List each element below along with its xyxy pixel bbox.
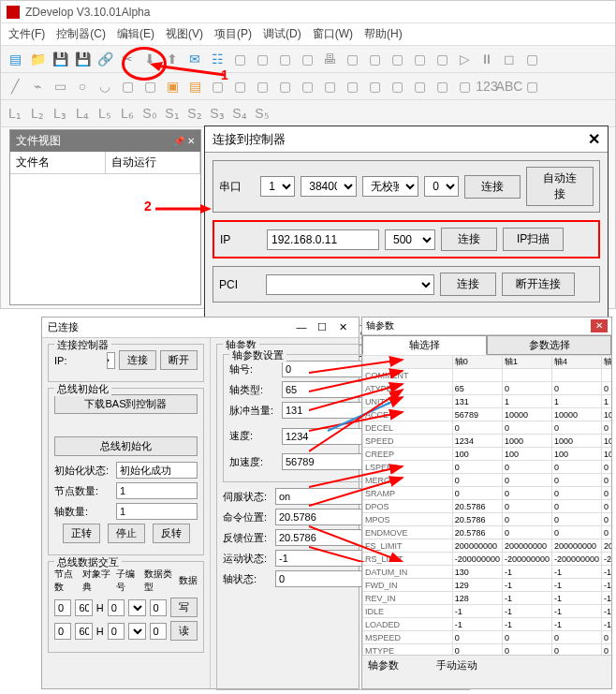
tb-j[interactable]: ▢ — [521, 49, 542, 69]
arc-icon[interactable]: ◡ — [95, 76, 115, 96]
layer-l6[interactable]: L₆ — [117, 103, 138, 124]
disconnect-icon[interactable]: ✂ — [117, 49, 138, 69]
table-row[interactable]: MSPEED0000 — [363, 631, 612, 644]
close3-icon[interactable]: ✕ — [591, 319, 608, 332]
abc-icon[interactable]: ABC — [499, 76, 520, 96]
tb-print-icon[interactable]: 🖶 — [319, 49, 340, 69]
tb-stop-icon[interactable]: ◻ — [499, 49, 520, 69]
new-file-icon[interactable]: ▤ — [5, 49, 25, 69]
connect-icon[interactable]: 🔗 — [95, 49, 115, 69]
disconnect-button[interactable]: 断开连接 — [502, 273, 575, 296]
col-autorun[interactable]: 自动运行 — [106, 152, 201, 173]
tb-a[interactable]: ▢ — [229, 49, 250, 69]
slot-s2[interactable]: S₂ — [184, 103, 205, 124]
shape-h-icon[interactable]: ▢ — [274, 76, 295, 96]
auto-connect-button[interactable]: 自动连接 — [526, 167, 594, 206]
slot-s1[interactable]: S₁ — [162, 103, 183, 124]
min-icon[interactable]: — — [291, 321, 312, 332]
open-folder-icon[interactable]: 📁 — [27, 49, 48, 69]
ip-input[interactable] — [267, 229, 379, 250]
menu-edit[interactable]: 编辑(E) — [117, 26, 154, 42]
serial-parity-select[interactable]: 无校验 — [362, 176, 418, 197]
pci-select[interactable] — [266, 274, 434, 295]
table-row[interactable]: ACCE56789100001000010000 — [363, 408, 612, 421]
r1-data[interactable] — [150, 623, 167, 640]
slot-s3[interactable]: S₃ — [207, 103, 227, 124]
r0-sub[interactable] — [108, 599, 125, 616]
tb-f[interactable]: ▢ — [364, 49, 385, 69]
layer-l5[interactable]: L₅ — [95, 103, 115, 124]
download-icon[interactable]: ⬇ — [139, 49, 160, 69]
layer-l2[interactable]: L₂ — [27, 103, 48, 124]
table-row[interactable]: DECEL0000 — [363, 421, 612, 435]
table-row[interactable]: MERGE0000 — [363, 474, 612, 487]
serial-port-select[interactable]: 1 — [260, 176, 295, 197]
max-icon[interactable]: ☐ — [312, 321, 332, 333]
fwd-button[interactable]: 正转 — [63, 524, 100, 543]
table-row[interactable]: FS_LIMIT20000000020000000020000000020000 — [363, 539, 612, 553]
table-row[interactable]: DATUM_IN130-1-1-1 — [363, 566, 612, 579]
r0-data[interactable] — [150, 599, 167, 616]
tb-h[interactable]: ▢ — [409, 49, 430, 69]
shape-n-icon[interactable]: ▢ — [409, 76, 430, 96]
serial-connect-button[interactable]: 连接 — [464, 175, 521, 199]
ip2-select[interactable]: 192.168.0.28 — [107, 352, 115, 369]
r1-dict[interactable] — [75, 623, 92, 640]
pin-icon[interactable]: 📌 ✕ — [173, 136, 195, 146]
foot-axis-params[interactable]: 轴参数 — [368, 658, 399, 672]
poly-icon[interactable]: ⌁ — [27, 76, 48, 96]
tb-pause-icon[interactable]: ⏸ — [477, 49, 497, 69]
menu-project[interactable]: 项目(P) — [214, 26, 252, 42]
tb-e[interactable]: ▢ — [342, 49, 362, 69]
tb-play-icon[interactable]: ▷ — [454, 49, 475, 69]
table-row[interactable]: SPEED1234100010001000 — [363, 435, 612, 448]
shape-p-icon[interactable]: ▢ — [454, 76, 475, 96]
ip-port-select[interactable]: 500 — [385, 229, 435, 250]
pci-connect-button[interactable]: 连接 — [440, 273, 496, 296]
table-row[interactable]: ENDMOVE20.5786000 — [363, 526, 612, 539]
shape-f-icon[interactable]: ▢ — [229, 76, 250, 96]
rect-icon[interactable]: ▭ — [50, 76, 70, 96]
r1-type[interactable]: bool — [128, 623, 145, 640]
close-icon[interactable]: ✕ — [588, 130, 600, 148]
shape-c-icon[interactable]: ▣ — [162, 76, 183, 96]
table-row[interactable]: MPOS20.5786000 — [363, 513, 612, 526]
serial-stop-select[interactable]: 0 — [424, 176, 459, 197]
table-row[interactable]: UNITS131111 — [363, 395, 612, 408]
table-row[interactable]: DPOS20.5786000 — [363, 500, 612, 513]
r0-node[interactable] — [54, 599, 71, 616]
tab-axis-select[interactable]: 轴选择 — [362, 335, 487, 355]
circle-icon[interactable]: ○ — [72, 76, 93, 96]
layer-l3[interactable]: L₃ — [50, 103, 70, 124]
table-row[interactable]: COMMENT — [363, 369, 612, 382]
slot-s5[interactable]: S₅ — [252, 103, 272, 124]
axis-count-field[interactable] — [116, 503, 198, 520]
shape-e-icon[interactable]: ▢ — [207, 76, 227, 96]
table-row[interactable]: CREEP100100100100 — [363, 448, 612, 461]
connect2-button[interactable]: 连接 — [119, 350, 156, 370]
menu-view[interactable]: 视图(V) — [166, 26, 203, 42]
tree-icon[interactable]: ☷ — [207, 49, 227, 69]
shape-o-icon[interactable]: ▢ — [432, 76, 452, 96]
tb-d[interactable]: ▢ — [297, 49, 317, 69]
ip-scan-button[interactable]: IP扫描 — [503, 228, 564, 251]
save-all-icon[interactable]: 💾 — [72, 49, 93, 69]
disconnect2-button[interactable]: 断开 — [160, 350, 198, 370]
axis-table-wrap[interactable]: 轴0轴1轴4轴5COMMENTATYPE65000UNITS131111ACCE… — [362, 355, 611, 655]
write-button[interactable]: 写 — [170, 598, 198, 617]
slot-s4[interactable]: S₄ — [229, 103, 250, 124]
close2-icon[interactable]: ✕ — [332, 321, 353, 333]
col-filename[interactable]: 文件名 — [10, 152, 106, 173]
foot-manual-motion[interactable]: 手动运动 — [436, 658, 477, 672]
shape-k-icon[interactable]: ▢ — [342, 76, 362, 96]
bus-init-button[interactable]: 总线初始化 — [54, 436, 198, 456]
node-count-field[interactable] — [116, 482, 198, 499]
mail-icon[interactable]: ✉ — [184, 49, 205, 69]
slot-s0[interactable]: S₀ — [139, 103, 160, 124]
table-row[interactable]: SRAMP0000 — [363, 487, 612, 500]
init-state-field[interactable] — [116, 462, 198, 479]
menu-controller[interactable]: 控制器(C) — [56, 26, 106, 42]
file-list[interactable] — [10, 174, 200, 304]
tab-param-select[interactable]: 参数选择 — [487, 335, 611, 355]
num-icon[interactable]: 123 — [477, 76, 497, 96]
